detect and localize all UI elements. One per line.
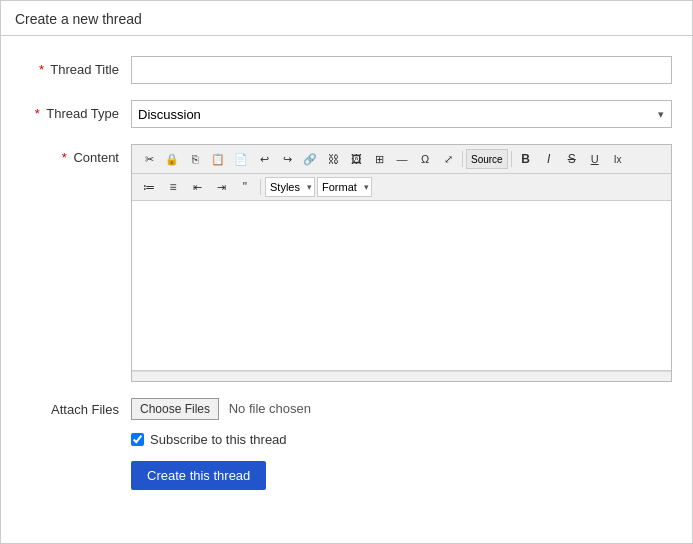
- paste-text-button[interactable]: 📄: [230, 149, 252, 169]
- bold-button[interactable]: B: [515, 149, 537, 169]
- required-star-content: *: [62, 150, 67, 165]
- cut-button[interactable]: ✂: [138, 149, 160, 169]
- source-button[interactable]: Source: [466, 149, 508, 169]
- editor-toolbar-row1: ✂ 🔒 ⎘ 📋 📄 ↩ ↪ 🔗 ⛓ 🖼 ⊞ ― Ω ⤢: [132, 145, 671, 174]
- submit-row: Create this thread: [131, 461, 672, 490]
- format-dropdown-wrap: Format: [317, 177, 372, 197]
- hr-button[interactable]: ―: [391, 149, 413, 169]
- create-thread-dialog: Create a new thread * Thread Title * Thr…: [0, 0, 693, 544]
- unlink-button[interactable]: ⛓: [322, 149, 344, 169]
- no-file-text: No file chosen: [229, 401, 311, 416]
- thread-type-control: Discussion Question Announcement ▾: [131, 100, 672, 128]
- thread-title-row: * Thread Title: [21, 56, 672, 84]
- styles-dropdown-wrap: Styles: [265, 177, 315, 197]
- toolbar-separator2: [511, 151, 512, 167]
- thread-title-control: [131, 56, 672, 84]
- choose-files-button[interactable]: Choose Files: [131, 398, 219, 420]
- fullscreen-button[interactable]: ⤢: [437, 149, 459, 169]
- redo-button[interactable]: ↪: [276, 149, 298, 169]
- lock-button[interactable]: 🔒: [161, 149, 183, 169]
- indent-button[interactable]: ⇥: [210, 177, 232, 197]
- subscribe-row: Subscribe to this thread: [131, 432, 672, 447]
- unordered-list-button[interactable]: ≡: [162, 177, 184, 197]
- editor-body[interactable]: [132, 201, 671, 371]
- toolbar-separator: [462, 151, 463, 167]
- outdent-button[interactable]: ⇤: [186, 177, 208, 197]
- paste-button[interactable]: 📋: [207, 149, 229, 169]
- special-char-button[interactable]: Ω: [414, 149, 436, 169]
- thread-type-select[interactable]: Discussion Question Announcement: [131, 100, 672, 128]
- form-body: * Thread Title * Thread Type Discussion …: [1, 36, 692, 510]
- required-star: *: [39, 62, 44, 77]
- create-thread-button[interactable]: Create this thread: [131, 461, 266, 490]
- editor-toolbar-row2: ≔ ≡ ⇤ ⇥ " Styles Format: [132, 174, 671, 201]
- attach-files-label: Attach Files: [21, 402, 131, 417]
- toolbar-separator3: [260, 179, 261, 195]
- undo-button[interactable]: ↩: [253, 149, 275, 169]
- subscribe-checkbox[interactable]: [131, 433, 144, 446]
- image-button[interactable]: 🖼: [345, 149, 367, 169]
- required-star-type: *: [35, 106, 40, 121]
- dialog-title: Create a new thread: [1, 1, 692, 36]
- clear-format-button[interactable]: Ix: [607, 149, 629, 169]
- italic-button[interactable]: I: [538, 149, 560, 169]
- attach-files-control: Choose Files No file chosen: [131, 398, 311, 420]
- underline-button[interactable]: U: [584, 149, 606, 169]
- editor-container: ✂ 🔒 ⎘ 📋 📄 ↩ ↪ 🔗 ⛓ 🖼 ⊞ ― Ω ⤢: [131, 144, 672, 382]
- table-button[interactable]: ⊞: [368, 149, 390, 169]
- content-row: * Content ✂ 🔒 ⎘ 📋 📄 ↩ ↪ 🔗 ⛓: [21, 144, 672, 382]
- copy-button[interactable]: ⎘: [184, 149, 206, 169]
- thread-type-select-wrapper: Discussion Question Announcement ▾: [131, 100, 672, 128]
- format-dropdown[interactable]: Format: [317, 177, 372, 197]
- ordered-list-button[interactable]: ≔: [138, 177, 160, 197]
- styles-dropdown[interactable]: Styles: [265, 177, 315, 197]
- attach-files-row: Attach Files Choose Files No file chosen: [21, 398, 672, 420]
- strikethrough-button[interactable]: S: [561, 149, 583, 169]
- subscribe-label[interactable]: Subscribe to this thread: [150, 432, 287, 447]
- thread-type-label: * Thread Type: [21, 100, 131, 121]
- thread-title-label: * Thread Title: [21, 56, 131, 77]
- content-editor-wrapper: ✂ 🔒 ⎘ 📋 📄 ↩ ↪ 🔗 ⛓ 🖼 ⊞ ― Ω ⤢: [131, 144, 672, 382]
- blockquote-button[interactable]: ": [234, 177, 256, 197]
- thread-title-input[interactable]: [131, 56, 672, 84]
- editor-statusbar: [132, 371, 671, 381]
- link-button[interactable]: 🔗: [299, 149, 321, 169]
- content-label: * Content: [21, 144, 131, 165]
- thread-type-row: * Thread Type Discussion Question Announ…: [21, 100, 672, 128]
